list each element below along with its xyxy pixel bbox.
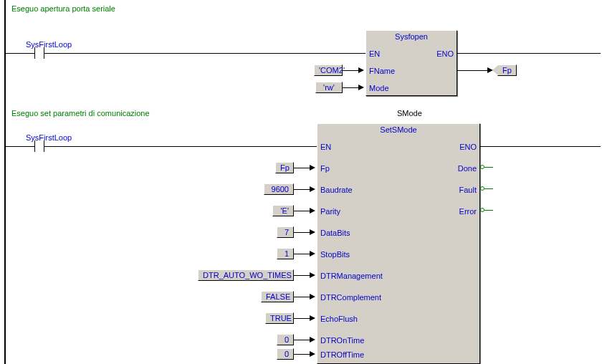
output-wire <box>484 210 493 211</box>
input-parity: Parity <box>320 207 340 216</box>
output-error: Error <box>459 207 477 216</box>
param-databits[interactable]: 7 <box>277 226 294 238</box>
output-fault: Fault <box>459 186 477 194</box>
param-mode[interactable]: 'rw' <box>315 82 343 93</box>
wire <box>6 146 34 147</box>
contact-symbol[interactable] <box>34 47 44 59</box>
block-title: Sysfopen <box>366 31 457 42</box>
input-mode: Mode <box>369 84 389 92</box>
wire <box>44 146 317 147</box>
instance-label: SMode <box>397 109 422 118</box>
output-tag-fp[interactable]: Fp <box>497 64 517 76</box>
function-block-sysfopen[interactable]: Sysfopen EN ENO FName Mode <box>366 30 457 96</box>
input-stopbits: StopBits <box>320 250 350 259</box>
input-baudrate: Baudrate <box>320 186 353 194</box>
contact-label: SysFirstLoop <box>26 133 72 142</box>
param-dtrcomp[interactable]: FALSE <box>261 291 294 302</box>
wire <box>6 53 34 54</box>
output-wire <box>484 188 493 189</box>
power-rail <box>4 0 6 364</box>
param-echoflush[interactable]: TRUE <box>265 312 294 324</box>
contact-label: SysFirstLoop <box>26 40 72 49</box>
input-en: EN <box>320 143 331 151</box>
param-stopbits[interactable]: 1 <box>277 248 294 259</box>
param-dtrontime[interactable]: 0 <box>277 334 294 345</box>
param-dtrofftime[interactable]: 0 <box>277 348 294 360</box>
output-done: Done <box>458 164 477 173</box>
output-eno: ENO <box>436 49 454 58</box>
input-dtrmgmt: DTRManagement <box>320 272 383 280</box>
input-fp: Fp <box>320 164 330 173</box>
input-en: EN <box>369 49 380 58</box>
function-block-setsmode[interactable]: SetSMode EN ENO Fp Done Baudrate Fault P… <box>317 123 480 364</box>
param-fp[interactable]: Fp <box>275 162 294 173</box>
rung-comment: Eseguo apertura porta seriale <box>11 4 115 13</box>
wire <box>457 53 601 54</box>
block-title: SetSMode <box>317 124 479 135</box>
param-dtrmgmt[interactable]: DTR_AUTO_WO_TIMES <box>198 269 294 281</box>
input-dtrofftime: DTROffTime <box>320 350 364 359</box>
contact-symbol[interactable] <box>34 140 44 152</box>
input-databits: DataBits <box>320 229 350 237</box>
input-fname: FName <box>369 67 395 75</box>
output-eno: ENO <box>459 143 477 151</box>
wire <box>44 53 366 54</box>
output-wire <box>484 167 493 168</box>
param-parity[interactable]: 'E' <box>272 205 294 216</box>
input-dtrcomp: DTRComplement <box>320 293 381 302</box>
input-echoflush: EchoFlush <box>320 315 358 323</box>
wire <box>480 146 601 147</box>
param-fname[interactable]: 'COM2' <box>314 64 343 76</box>
rung-comment: Eseguo set parametri di comunicazione <box>11 109 150 118</box>
input-dtrontime: DTROnTime <box>320 336 364 345</box>
param-baudrate[interactable]: 9600 <box>264 183 294 195</box>
